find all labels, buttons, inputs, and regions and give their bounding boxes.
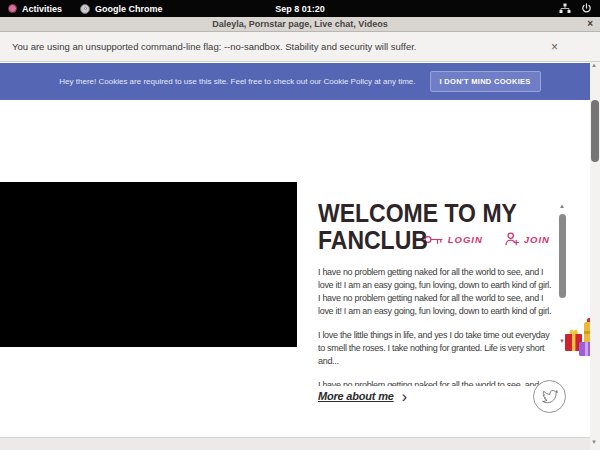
twitter-button[interactable] <box>533 380 566 413</box>
cookie-banner: Hey there! Cookies are required to use t… <box>0 63 600 100</box>
network-icon[interactable] <box>559 3 571 14</box>
more-about-me-link[interactable]: More about me › <box>318 390 407 402</box>
twitter-icon <box>542 390 558 404</box>
page-title: WELCOME TO MY FANCLUB <box>318 200 536 253</box>
more-about-me-label: More about me <box>318 390 394 402</box>
activities-indicator-icon <box>8 4 17 13</box>
panel-scroll-up-icon[interactable]: ▲ <box>559 203 565 209</box>
video-player[interactable] <box>0 182 297 347</box>
infobar-message: You are using an unsupported command-lin… <box>12 41 417 52</box>
page-scrollbar-thumb[interactable] <box>591 100 599 162</box>
panel-scrollbar-thumb[interactable] <box>559 214 566 298</box>
clock[interactable]: Sep 8 01:20 <box>275 0 325 17</box>
bio-paragraph: I have no problem getting naked for all … <box>318 266 555 318</box>
cookie-accept-button[interactable]: I DON'T MIND COOKIES <box>430 71 541 92</box>
power-icon[interactable] <box>581 3 592 14</box>
cookie-message: Hey there! Cookies are required to use t… <box>59 77 415 86</box>
page-scroll-up-icon[interactable]: ▲ <box>591 62 597 68</box>
bio-paragraph: I love the little things in life, and ye… <box>318 329 555 368</box>
app-menu-label: Google Chrome <box>95 4 163 14</box>
activities-button[interactable]: Activities <box>8 4 62 14</box>
page-scroll-down-icon[interactable]: ▼ <box>591 439 597 445</box>
chrome-app-menu[interactable]: Google Chrome <box>80 4 163 14</box>
chrome-infobar: You are using an unsupported command-lin… <box>0 32 600 62</box>
window-titlebar: Daleyla, Pornstar page, Live chat, Video… <box>0 17 600 32</box>
gnome-top-bar: Activities Google Chrome Sep 8 01:20 <box>0 0 600 17</box>
bio-paragraph-clipped: I have no problem getting naked for all … <box>318 379 555 386</box>
site-header: LOGO LOGIN <box>0 100 600 182</box>
window-close-icon[interactable]: × <box>587 18 593 29</box>
activities-label: Activities <box>22 4 62 14</box>
welcome-panel: WELCOME TO MY FANCLUB I have no problem … <box>318 200 555 397</box>
desktop-screen: Activities Google Chrome Sep 8 01:20 <box>0 0 600 450</box>
chrome-icon <box>80 4 90 14</box>
infobar-close-icon[interactable]: × <box>551 40 558 54</box>
window-title: Daleyla, Pornstar page, Live chat, Video… <box>212 19 387 29</box>
chevron-right-icon: › <box>402 391 407 402</box>
page-bottom-strip <box>0 437 600 450</box>
